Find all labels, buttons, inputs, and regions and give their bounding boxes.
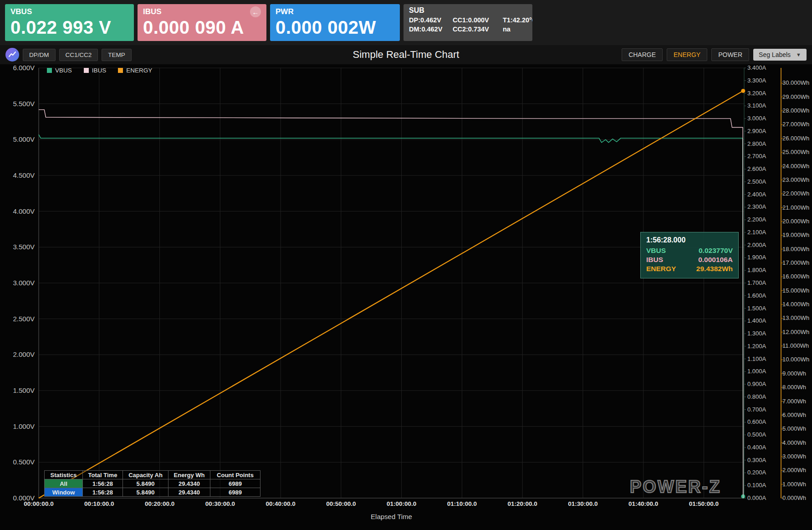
stats-header: Total Time bbox=[83, 471, 123, 479]
tab-dpdm[interactable]: DP/DM bbox=[23, 49, 56, 61]
axis-tick-label: 01:50:00.0 bbox=[676, 500, 731, 507]
tab-temp[interactable]: TEMP bbox=[102, 49, 132, 61]
power-button[interactable]: POWER bbox=[711, 48, 749, 61]
chart-title: Simple Real-Time Chart bbox=[353, 49, 460, 61]
axis-tick-label: 00:50:00.0 bbox=[314, 500, 368, 507]
stats-header: Count Points bbox=[210, 471, 260, 479]
axis-tick-label: 0.500A bbox=[747, 431, 766, 438]
stats-cell: 29.4340 bbox=[169, 488, 210, 497]
axis-tick-label: 0.200A bbox=[747, 469, 766, 476]
ibus-card-value: 0.000 090 A bbox=[143, 17, 261, 38]
sub-card-label: SUB bbox=[409, 6, 527, 15]
axis-tick-label: 6.000V bbox=[0, 64, 35, 72]
axis-tick-label: 14.000Wh bbox=[782, 301, 809, 308]
axis-tick-label: 0.800A bbox=[747, 393, 766, 400]
axis-tick-label: 1.200A bbox=[747, 343, 766, 350]
tooltip-vbus-label: VBUS bbox=[646, 247, 666, 255]
axis-tick-label: 6.000Wh bbox=[782, 412, 806, 418]
chart-tooltip: 1:56:28.000 VBUS 0.023770V IBUS 0.000106… bbox=[640, 232, 739, 278]
back-arrow-icon[interactable]: ← bbox=[250, 6, 261, 17]
axis-tick-label: 0.000Wh bbox=[782, 494, 806, 501]
axis-tick-label: 25.000Wh bbox=[782, 149, 809, 155]
axis-tick-label: 2.700A bbox=[747, 153, 766, 160]
axis-tick-label: 1.300A bbox=[747, 330, 766, 337]
axis-tick-label: 2.300A bbox=[747, 203, 766, 210]
axis-tick-label: 0.600A bbox=[747, 418, 766, 425]
stats-cell: 5.8490 bbox=[123, 488, 169, 497]
axis-tick-label: 1.100A bbox=[747, 355, 766, 362]
sub-cc2-value: CC2:0.734V bbox=[453, 26, 503, 33]
sub-na-value: na bbox=[503, 26, 532, 33]
metrics-header: VBUS 0.022 993 V IBUS ← 0.000 090 A PWR … bbox=[0, 0, 812, 45]
tab-cc1cc2[interactable]: CC1/CC2 bbox=[59, 49, 98, 61]
energy-series-line bbox=[39, 91, 743, 498]
axis-tick-label: 19.000Wh bbox=[782, 232, 809, 238]
axis-tick-label: 23.000Wh bbox=[782, 176, 809, 183]
axis-tick-label: 3.200A bbox=[747, 90, 766, 97]
x-axis-title: Elapsed Time bbox=[39, 513, 744, 520]
axis-tick-label: 27.000Wh bbox=[782, 121, 809, 128]
charge-button[interactable]: CHARGE bbox=[622, 48, 663, 61]
legend-item-energy[interactable]: ENERGY bbox=[118, 67, 152, 74]
axis-tick-label: 00:10:00.0 bbox=[72, 500, 127, 507]
axis-tick-label: 00:40:00.0 bbox=[253, 500, 308, 507]
chart-toolbar: DP/DM CC1/CC2 TEMP Simple Real-Time Char… bbox=[0, 45, 812, 64]
axis-tick-label: 1.000A bbox=[747, 368, 766, 375]
axis-tick-label: 0.500V bbox=[0, 458, 35, 466]
axis-tick-label: 1.800A bbox=[747, 267, 766, 273]
stats-cell: 29.4340 bbox=[169, 479, 210, 488]
power-z-watermark: POWER-Z bbox=[630, 477, 721, 497]
vbus-card-value: 0.022 993 V bbox=[10, 17, 128, 38]
stats-window-label: Window bbox=[45, 488, 83, 497]
chart-line-glyph bbox=[8, 50, 17, 59]
stats-header: Capacity Ah bbox=[123, 471, 169, 479]
axis-tick-label: 1.600A bbox=[747, 292, 766, 299]
chart-area[interactable]: 6.000V5.500V5.000V4.500V4.000V3.500V3.00… bbox=[0, 64, 812, 530]
axis-tick-label: 0.400A bbox=[747, 444, 766, 451]
axis-tick-label: 12.000Wh bbox=[782, 329, 809, 335]
axis-tick-label: 01:10:00.0 bbox=[434, 500, 489, 507]
tooltip-row-vbus: VBUS 0.023770V bbox=[646, 247, 733, 255]
legend-label: ENERGY bbox=[126, 67, 152, 74]
seg-labels-dropdown[interactable]: Seg Labels ▼ bbox=[753, 49, 807, 61]
axis-tick-label: 2.000A bbox=[747, 242, 766, 248]
axis-tick-label: 3.500V bbox=[0, 243, 35, 251]
axis-tick-label: 1.700A bbox=[747, 279, 766, 286]
axis-tick-label: 5.000V bbox=[0, 135, 35, 143]
pwr-card-value: 0.000 002W bbox=[276, 17, 394, 38]
axis-tick-label: 0.300A bbox=[747, 457, 766, 463]
energy-button[interactable]: ENERGY bbox=[667, 48, 707, 61]
stats-cell: 6989 bbox=[210, 488, 260, 497]
stats-cell: 5.8490 bbox=[123, 479, 169, 488]
stats-cell: 1:56:28 bbox=[83, 488, 123, 497]
ibus-series-line bbox=[39, 110, 743, 498]
axis-tick-label: 2.400A bbox=[747, 191, 766, 198]
axis-tick-label: 3.000Wh bbox=[782, 453, 806, 460]
axis-tick-label: 2.200A bbox=[747, 216, 766, 223]
tooltip-ibus-label: IBUS bbox=[646, 256, 663, 264]
tooltip-energy-value: 29.4382Wh bbox=[696, 265, 733, 273]
stats-cell: 1:56:28 bbox=[83, 479, 123, 488]
axis-tick-label: 5.000Wh bbox=[782, 425, 806, 432]
axis-tick-label: 2.000V bbox=[0, 350, 35, 358]
app-chart-icon[interactable] bbox=[5, 48, 19, 62]
axis-tick-label: 13.000Wh bbox=[782, 314, 809, 321]
axis-tick-label: 30.000Wh bbox=[782, 79, 809, 86]
axis-tick-label: 2.500A bbox=[747, 178, 766, 185]
stats-row-all: All 1:56:28 5.8490 29.4340 6989 bbox=[45, 479, 260, 488]
stats-row-window: Window 1:56:28 5.8490 29.4340 6989 bbox=[45, 488, 260, 497]
legend-item-ibus[interactable]: IBUS bbox=[84, 67, 107, 74]
axis-tick-label: 0.000A bbox=[747, 494, 766, 501]
axis-tick-label: 00:00:00.0 bbox=[11, 500, 66, 507]
axis-tick-label: 17.000Wh bbox=[782, 259, 809, 266]
legend-label: VBUS bbox=[55, 67, 72, 74]
sub-dp-value: DP:0.462V bbox=[409, 16, 453, 24]
legend-item-vbus[interactable]: VBUS bbox=[47, 67, 72, 74]
axis-tick-label: 2.900A bbox=[747, 128, 766, 134]
axis-tick-label: 3.400A bbox=[747, 64, 766, 71]
vbus-card-label: VBUS bbox=[10, 7, 32, 16]
stats-header: Statistics bbox=[45, 471, 83, 479]
tooltip-time: 1:56:28.000 bbox=[646, 236, 733, 244]
axis-tick-label: 11.000Wh bbox=[782, 342, 809, 349]
axis-tick-label: 00:30:00.0 bbox=[193, 500, 247, 507]
